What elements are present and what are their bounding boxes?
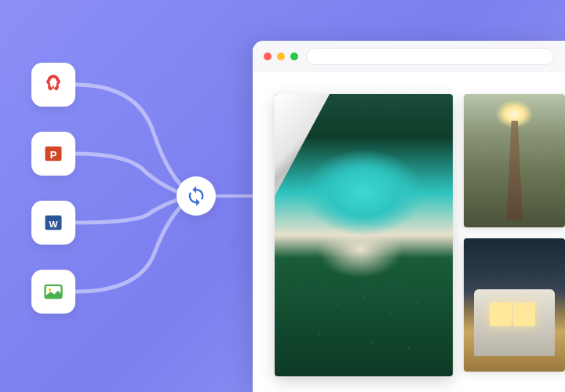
hub-connector-line — [216, 194, 255, 198]
file-type-list: P W — [31, 63, 75, 314]
flipbook-preview[interactable] — [275, 94, 453, 376]
image-icon — [42, 281, 64, 303]
window-controls — [264, 53, 298, 60]
thumbnail-camper[interactable] — [464, 238, 565, 372]
minimize-icon[interactable] — [277, 53, 285, 60]
word-icon: W — [42, 212, 64, 234]
thumbnail-bridge[interactable] — [464, 94, 565, 227]
convert-hub — [177, 176, 216, 216]
connector-lines — [75, 63, 193, 329]
close-icon[interactable] — [264, 53, 272, 60]
maximize-icon[interactable] — [290, 53, 298, 60]
powerpoint-file-icon: P — [31, 132, 75, 176]
svg-text:W: W — [49, 219, 57, 229]
image-file-icon — [31, 270, 75, 314]
pdf-file-icon — [31, 63, 75, 107]
pdf-icon — [42, 73, 65, 96]
word-file-icon: W — [31, 201, 75, 245]
convert-icon — [185, 185, 207, 207]
svg-text:P: P — [50, 149, 57, 161]
browser-content — [253, 72, 565, 392]
browser-titlebar — [253, 41, 565, 72]
svg-point-5 — [49, 289, 52, 292]
address-bar[interactable] — [306, 48, 554, 65]
browser-window — [253, 41, 565, 392]
powerpoint-icon: P — [42, 143, 64, 165]
thumbnail-list — [464, 94, 565, 392]
